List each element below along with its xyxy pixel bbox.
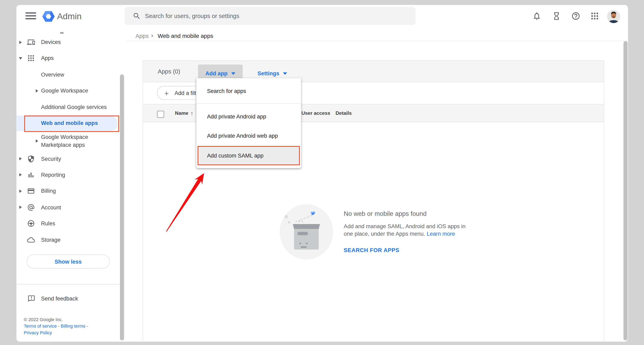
chevron-down-icon[interactable] <box>19 57 22 60</box>
sidebar-item-label: Storage <box>41 237 60 243</box>
sidebar-item-reporting[interactable]: Reporting <box>0 167 120 183</box>
copyright-text: © 2022 Google Inc. <box>24 317 63 322</box>
sidebar-divider <box>16 284 122 284</box>
menu-item-add-custom-saml-app[interactable]: Add custom SAML app <box>198 146 300 165</box>
help-icon[interactable] <box>572 12 580 21</box>
sidebar-item-storage[interactable]: Storage <box>0 232 120 248</box>
menu-icon[interactable] <box>26 12 36 20</box>
sidebar-item-label: Devices <box>41 39 61 45</box>
sidebar-item-label: Rules <box>41 220 55 227</box>
terms-of-service-link[interactable]: Terms of service <box>24 323 57 328</box>
sidebar-item-security[interactable]: Security <box>0 151 120 167</box>
add-app-dropdown-menu: Search for apps Add private Android app … <box>196 78 301 168</box>
sidebar-item-google-workspace[interactable]: Google Workspace <box>0 83 120 99</box>
dropdown-arrow-icon <box>283 72 287 75</box>
sort-ascending-icon[interactable]: ↑ <box>190 105 193 122</box>
learn-more-link[interactable]: Learn more <box>427 230 455 236</box>
chevron-right-icon[interactable] <box>36 139 38 143</box>
menu-item-search-for-apps[interactable]: Search for apps <box>196 83 301 98</box>
column-header-name[interactable]: Name <box>175 105 188 122</box>
column-header-user-access[interactable]: User access <box>301 105 330 122</box>
add-app-label: Add app <box>205 70 228 76</box>
empty-state-body-line1: Add and manage SAML, Android and iOS app… <box>344 223 466 229</box>
admin-hexagon-logo <box>42 10 54 23</box>
breadcrumb-parent[interactable]: Apps <box>136 32 149 39</box>
search-icon <box>133 12 141 20</box>
sidebar-item-label: Security <box>41 156 61 162</box>
sidebar-item-label: Apps <box>41 55 54 61</box>
apps-count-title: Apps (0) <box>158 61 180 82</box>
sidebar-item-label: Additional Google services <box>41 104 107 110</box>
chevron-right-icon[interactable] <box>19 173 22 177</box>
devices-icon <box>27 38 35 46</box>
product-title: Admin <box>57 12 82 22</box>
menu-divider <box>196 103 301 104</box>
sidebar-item-overview[interactable]: Overview <box>0 67 120 83</box>
annotation-box-web-and-mobile-apps <box>24 115 119 132</box>
apps-grid-icon[interactable] <box>590 12 599 21</box>
search-input[interactable] <box>144 12 392 20</box>
content-scrollbar[interactable] <box>623 41 628 340</box>
footer-links-line2: Privacy Policy <box>24 330 52 335</box>
sidebar-item-label: Billing <box>41 188 56 194</box>
reporting-icon <box>27 171 35 179</box>
sidebar-scrollbar[interactable] <box>120 75 124 340</box>
plus-icon <box>164 90 170 96</box>
search-for-apps-link[interactable]: SEARCH FOR APPS <box>344 247 400 253</box>
hourglass-icon[interactable] <box>552 12 561 21</box>
storage-icon <box>27 236 35 244</box>
select-all-checkbox[interactable] <box>157 111 164 118</box>
billing-icon <box>27 187 35 195</box>
scrolled-item-fragment <box>60 32 64 34</box>
apps-icon <box>27 55 35 62</box>
sidebar-item-label: Google Workspace <box>41 88 88 94</box>
sidebar-item-label: Reporting <box>41 172 65 178</box>
sidebar-item-devices[interactable]: Devices <box>0 34 120 50</box>
account-icon <box>27 203 35 211</box>
chevron-right-icon[interactable] <box>19 157 22 160</box>
sidebar-item-label: Account <box>41 204 61 210</box>
send-feedback-button[interactable]: Send feedback <box>0 291 120 306</box>
chevron-right-icon[interactable] <box>36 89 38 92</box>
bell-icon[interactable] <box>532 12 542 21</box>
privacy-policy-link[interactable]: Privacy Policy <box>24 330 52 335</box>
show-less-button[interactable]: Show less <box>27 254 110 268</box>
empty-box-illustration <box>277 201 337 264</box>
security-icon <box>27 155 35 163</box>
send-feedback-label: Send feedback <box>41 295 78 301</box>
menu-item-add-private-android-web-app[interactable]: Add private Android web app <box>196 129 301 143</box>
google-admin-console: Admin Apps › Web and mobile apps Devices… <box>0 0 644 345</box>
feedback-icon <box>28 294 36 302</box>
column-header-details[interactable]: Details <box>336 105 352 122</box>
sidebar-item-account[interactable]: Account <box>0 199 120 215</box>
breadcrumb-separator-icon: › <box>151 32 153 39</box>
footer-links-line1: Terms of service - Billing terms - <box>24 323 88 328</box>
chevron-right-icon[interactable] <box>19 206 22 209</box>
empty-state-body-line2: one place, under the Apps menu. Learn mo… <box>344 230 455 236</box>
sidebar-item-additional-google-services[interactable]: Additional Google services <box>0 99 120 115</box>
show-less-label: Show less <box>54 258 82 264</box>
empty-state-title: No web or mobile apps found <box>344 210 426 218</box>
sidebar-item-label: Overview <box>41 72 64 78</box>
sidebar-item-rules[interactable]: Rules <box>0 215 120 231</box>
sidebar-item-gw-marketplace-apps[interactable]: Google WorkspaceMarketplace apps <box>0 131 120 151</box>
rules-icon <box>27 220 35 228</box>
settings-label: Settings <box>258 70 279 76</box>
chevron-right-icon[interactable] <box>19 189 22 193</box>
avatar[interactable] <box>607 10 620 23</box>
breadcrumb-current: Web and mobile apps <box>158 32 213 39</box>
breadcrumb-divider <box>126 41 628 41</box>
chevron-right-icon[interactable] <box>19 41 22 44</box>
menu-item-add-private-android-app[interactable]: Add private Android app <box>196 109 301 124</box>
billing-terms-link[interactable]: Billing terms <box>61 323 85 328</box>
dropdown-arrow-icon <box>231 72 235 75</box>
search-bar[interactable] <box>124 7 416 25</box>
sidebar-item-label: Google WorkspaceMarketplace apps <box>41 133 115 149</box>
sidebar-item-apps[interactable]: Apps <box>0 51 120 66</box>
sidebar-item-billing[interactable]: Billing <box>0 183 120 199</box>
